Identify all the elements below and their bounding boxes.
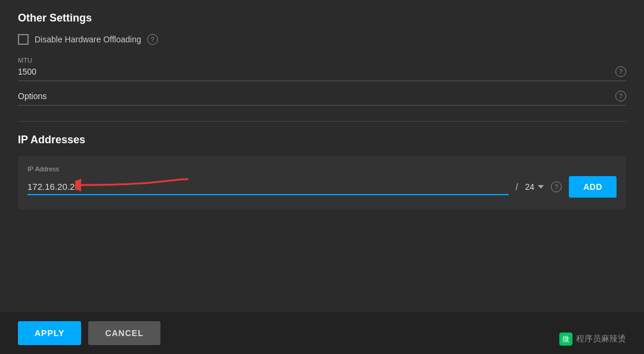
ip-prefix-help-icon[interactable]: ? (551, 181, 562, 192)
other-settings-title: Other Settings (18, 12, 626, 24)
disable-hw-offloading-label: Disable Hardware Offloading (35, 35, 141, 44)
disable-hw-offloading-help-icon[interactable]: ? (147, 34, 158, 45)
mtu-field-group: MTU 1500 ? (18, 57, 626, 81)
options-row: Options ? (18, 91, 626, 106)
options-field-group: Options ? (18, 91, 626, 106)
ip-input-row: / 24 ? ADD (27, 176, 617, 198)
ip-addresses-title: IP Addresses (18, 134, 626, 146)
ip-addresses-card: IP Address / 24 (18, 156, 626, 210)
ip-address-input[interactable] (27, 179, 509, 195)
watermark-text: 程序员麻辣烫 (576, 334, 626, 344)
prefix-dropdown-arrow[interactable] (538, 185, 544, 189)
options-help-icon[interactable]: ? (615, 91, 626, 101)
cancel-button[interactable]: CANCEL (88, 321, 160, 345)
watermark: 微 程序员麻辣烫 (559, 333, 626, 346)
disable-hw-offloading-row: Disable Hardware Offloading ? (18, 34, 626, 45)
main-container: Other Settings Disable Hardware Offloadi… (0, 0, 644, 354)
ip-prefix-slash: / (516, 182, 518, 192)
ip-field-label: IP Address (27, 165, 617, 173)
mtu-field-row: 1500 ? (18, 66, 626, 81)
wechat-icon: 微 (559, 333, 572, 346)
prefix-dropdown[interactable]: 24 (525, 182, 544, 192)
mtu-value: 1500 (18, 67, 609, 76)
prefix-value: 24 (525, 182, 535, 192)
bottom-bar: APPLY CANCEL 微 程序员麻辣烫 (0, 312, 644, 354)
apply-button[interactable]: APPLY (18, 321, 81, 345)
mtu-help-icon[interactable]: ? (615, 66, 626, 77)
add-button[interactable]: ADD (569, 176, 617, 198)
disable-hw-offloading-checkbox[interactable] (18, 34, 29, 45)
ip-input-container (27, 179, 509, 195)
options-label: Options (18, 91, 609, 101)
mtu-label: MTU (18, 57, 626, 64)
section-divider (18, 121, 626, 122)
